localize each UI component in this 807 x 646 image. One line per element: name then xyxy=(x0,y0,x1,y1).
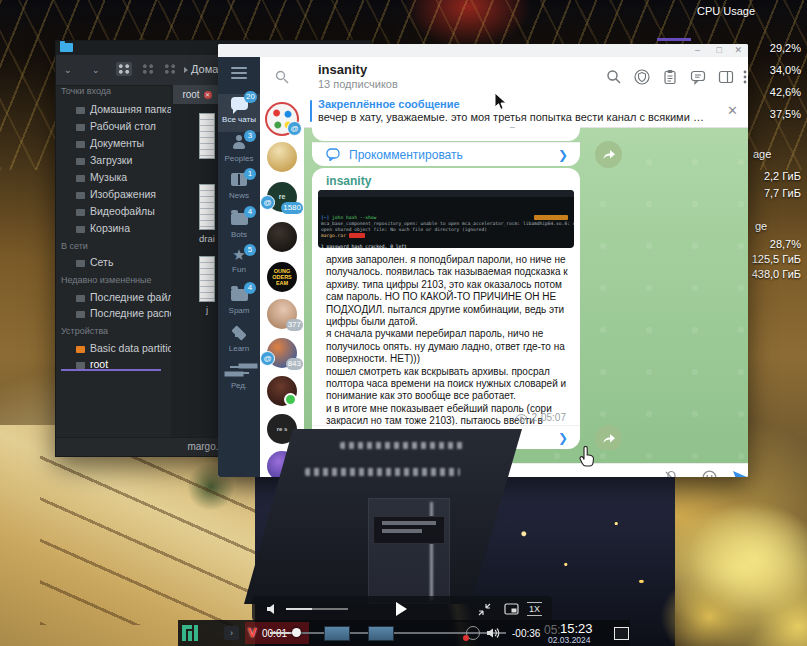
chat-subtitle: 13 подписчиков xyxy=(318,78,398,90)
folder-rail: 20 Все чаты 3 Peoples 1 News 4 Bots ★ 5 xyxy=(218,57,260,477)
chat-avatar[interactable] xyxy=(267,222,297,252)
chat-avatar[interactable] xyxy=(267,376,297,406)
folder-spam[interactable]: 4 Spam xyxy=(218,284,260,322)
back-dropdown-icon[interactable]: ⌄ xyxy=(64,65,72,75)
message-bubble: insanity [~] john hash --show mca_base_c… xyxy=(312,168,580,448)
message-author[interactable]: insanity xyxy=(326,174,371,188)
boost-shield-icon[interactable] xyxy=(634,69,650,85)
clipboard-icon[interactable] xyxy=(662,69,678,85)
file-icon[interactable] xyxy=(199,256,215,302)
file-icon[interactable] xyxy=(199,184,215,230)
chat-avatar[interactable]: OUNGODERSEAM xyxy=(267,262,297,292)
clock[interactable]: 15:23 xyxy=(560,621,593,636)
sidebar-item-videos[interactable]: Видеофайлы xyxy=(76,205,155,217)
show-desktop-button[interactable] xyxy=(614,627,629,640)
chat-avatar[interactable]: @ xyxy=(265,102,299,136)
chat-avatar[interactable]: re @ 1580 xyxy=(267,182,297,212)
folder-news[interactable]: 1 News xyxy=(218,170,260,208)
compact-view-button[interactable] xyxy=(140,62,156,76)
terminal-screenshot[interactable]: [~] john hash --show mca_base_component_… xyxy=(318,190,574,248)
shrink-icon[interactable] xyxy=(478,603,491,616)
volume-slider[interactable] xyxy=(286,608,348,610)
comment-button[interactable]: Прокомментировать ❯ xyxy=(312,142,580,166)
loop-icon[interactable] xyxy=(466,626,480,640)
kebab-menu-icon[interactable] xyxy=(740,69,748,85)
forward-dropdown-icon[interactable]: ⌄ xyxy=(92,65,100,75)
seek-thumbnail[interactable] xyxy=(324,626,350,641)
at-badge: @ xyxy=(260,195,275,210)
pip-icon[interactable] xyxy=(504,603,519,615)
sidebar-item-network[interactable]: Сеть xyxy=(76,256,113,268)
maximize-button[interactable]: □ xyxy=(717,44,722,57)
memory-usage-title-fragment: age xyxy=(753,148,771,160)
memory-value: 2,2 ГиБ xyxy=(764,170,801,182)
speed-button[interactable]: 1X xyxy=(527,602,542,616)
chat-header[interactable]: insanity 13 подписчиков xyxy=(304,57,748,96)
file-icon[interactable] xyxy=(199,113,215,159)
search-icon[interactable] xyxy=(606,69,622,85)
cpu-value: 37,5% xyxy=(770,108,801,120)
message-list: 46205:03 Прокомментировать ❯ insanity xyxy=(304,127,748,450)
telegram-titlebar[interactable]: – □ ✕ xyxy=(218,44,748,58)
sidebar-item-pictures[interactable]: Изображения xyxy=(76,188,156,200)
play-icon[interactable] xyxy=(395,601,408,617)
search-icon[interactable] xyxy=(275,70,289,84)
bottom-bar: › V 00:01 -00:36 05: 15:23 02.03.2024 xyxy=(178,620,630,646)
disk-value: 438,0 ГиБ xyxy=(752,268,801,280)
chat-avatar[interactable] xyxy=(267,142,297,172)
pinned-message-bar[interactable]: Закреплённое сообщение вечер в хату, ува… xyxy=(304,95,748,128)
folder-all-chats[interactable]: 20 Все чаты xyxy=(218,94,260,132)
breadcrumb-arrow-icon xyxy=(184,67,188,73)
share-arrow-icon xyxy=(601,148,616,161)
tab-close-icon[interactable]: ✕ xyxy=(204,91,212,99)
seek-thumbnail[interactable] xyxy=(368,626,394,641)
sidebar-item-basic-data-partition[interactable]: Basic data partition xyxy=(76,342,179,354)
share-button[interactable] xyxy=(595,141,622,168)
details-view-button[interactable] xyxy=(162,62,178,76)
date[interactable]: 02.03.2024 xyxy=(548,635,591,645)
sidebar-item-recent-files[interactable]: Последние файлы xyxy=(76,291,181,303)
pinned-close-icon[interactable]: ✕ xyxy=(727,103,738,118)
folder-bots[interactable]: 4 Bots xyxy=(218,208,260,246)
player-osd-bar: 1X xyxy=(252,596,552,622)
telegram-window: – □ ✕ 20 Все чаты 3 Peoples 1 News xyxy=(218,44,748,477)
menu-hamburger-icon[interactable] xyxy=(231,67,247,82)
chat-avatar[interactable]: @ 843 xyxy=(267,338,297,368)
sidebar-item-home[interactable]: Домашняя папка xyxy=(76,103,173,115)
pinned-accent-bar xyxy=(310,100,312,122)
manjaro-launcher-icon[interactable] xyxy=(182,625,198,641)
tab-root[interactable]: root✕ xyxy=(173,85,221,104)
speaker-icon[interactable] xyxy=(486,627,502,639)
sidebar-toggle-icon[interactable] xyxy=(718,69,734,85)
pinned-text: вечер в хату, уважаемые. это моя третья … xyxy=(318,111,708,123)
minimize-button[interactable]: – xyxy=(695,44,700,57)
sidebar-item-desktop[interactable]: Рабочий стол xyxy=(76,120,156,132)
chevron-right-icon: ❯ xyxy=(558,148,568,162)
folder-learn[interactable]: Learn xyxy=(218,322,260,360)
chevron-right-icon: ❯ xyxy=(558,431,568,445)
chat-avatar[interactable]: 377 xyxy=(267,299,297,329)
online-dot xyxy=(284,393,297,406)
volume-icon[interactable] xyxy=(266,603,280,615)
folder-edit[interactable]: Ред. xyxy=(218,360,260,398)
send-icon[interactable] xyxy=(732,470,748,477)
sidebar-item-trash[interactable]: Корзина xyxy=(76,222,130,234)
mouse-hand-cursor xyxy=(578,446,596,468)
terminal-task-icon[interactable]: › xyxy=(224,626,239,640)
sidebar-item-downloads[interactable]: Загрузки xyxy=(76,154,132,166)
sidebar-item-music[interactable]: Музыка xyxy=(76,171,127,183)
icons-view-button[interactable] xyxy=(116,62,132,76)
folder-peoples[interactable]: 3 Peoples xyxy=(218,132,260,170)
sidebar-item-documents[interactable]: Документы xyxy=(76,137,144,149)
blurred-text-line xyxy=(305,468,460,476)
cpu-value: 29,2% xyxy=(770,42,801,54)
close-button[interactable]: ✕ xyxy=(734,44,742,57)
views-eye-icon xyxy=(516,414,527,422)
share-button[interactable] xyxy=(595,425,622,450)
comments-icon[interactable] xyxy=(690,69,706,85)
folder-fun[interactable]: ★ 5 Fun xyxy=(218,246,260,284)
mute-bell-icon[interactable] xyxy=(664,470,679,477)
emoji-icon[interactable] xyxy=(702,470,717,477)
seek-handle[interactable] xyxy=(292,628,301,637)
video-app-icon[interactable]: V xyxy=(248,625,257,640)
